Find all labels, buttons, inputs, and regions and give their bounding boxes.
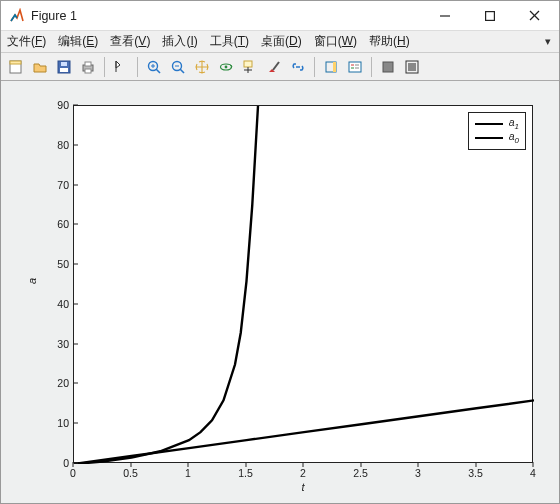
menu-window[interactable]: 窗口(W) <box>314 33 357 50</box>
svg-line-18 <box>180 69 184 73</box>
x-tick-label: 1 <box>173 467 203 479</box>
y-tick-label: 40 <box>45 298 69 310</box>
print-button[interactable] <box>77 56 99 78</box>
toolbar-separator <box>371 57 372 77</box>
x-tick-label: 0.5 <box>116 467 146 479</box>
y-tick-mark <box>73 105 78 106</box>
series-a1 <box>74 106 258 464</box>
figure-canvas[interactable]: a1 a0 a t 010203040506070809000.511.522.… <box>1 81 559 503</box>
edit-plot-button[interactable] <box>110 56 132 78</box>
open-button[interactable] <box>29 56 51 78</box>
axes[interactable]: a1 a0 <box>73 105 533 463</box>
y-tick-label: 20 <box>45 377 69 389</box>
titlebar: Figure 1 <box>1 1 559 31</box>
svg-rect-8 <box>61 62 67 66</box>
x-tick-label: 3 <box>403 467 433 479</box>
x-tick-label: 0 <box>58 467 88 479</box>
x-tick-mark <box>360 462 361 467</box>
link-data-button[interactable] <box>287 56 309 78</box>
y-tick-label: 50 <box>45 258 69 270</box>
new-figure-button[interactable] <box>5 56 27 78</box>
insert-legend-button[interactable] <box>344 56 366 78</box>
y-tick-mark <box>73 224 78 225</box>
svg-rect-35 <box>408 63 416 71</box>
menu-desktop[interactable]: 桌面(D) <box>261 33 302 50</box>
x-tick-label: 1.5 <box>231 467 261 479</box>
svg-point-21 <box>225 65 228 68</box>
svg-rect-7 <box>60 68 68 72</box>
svg-rect-27 <box>333 62 336 72</box>
y-tick-label: 80 <box>45 139 69 151</box>
y-tick-label: 90 <box>45 99 69 111</box>
svg-line-14 <box>156 69 160 73</box>
x-tick-mark <box>188 462 189 467</box>
y-tick-mark <box>73 144 78 145</box>
menu-tools[interactable]: 工具(T) <box>210 33 249 50</box>
y-tick-mark <box>73 463 78 464</box>
x-tick-mark <box>245 462 246 467</box>
menu-view[interactable]: 查看(V) <box>110 33 150 50</box>
menu-edit[interactable]: 编辑(E) <box>58 33 98 50</box>
toolbar-separator <box>314 57 315 77</box>
brush-button[interactable] <box>263 56 285 78</box>
insert-colorbar-button[interactable] <box>320 56 342 78</box>
svg-rect-28 <box>349 62 361 72</box>
y-tick-mark <box>73 343 78 344</box>
y-tick-mark <box>73 184 78 185</box>
toolbar <box>1 53 559 81</box>
menu-file[interactable]: 文件(F) <box>7 33 46 50</box>
toolbar-separator <box>104 57 105 77</box>
save-button[interactable] <box>53 56 75 78</box>
series-a0 <box>74 400 534 464</box>
matlab-logo-icon <box>9 8 25 24</box>
y-tick-mark <box>73 264 78 265</box>
x-tick-label: 3.5 <box>461 467 491 479</box>
svg-rect-11 <box>85 69 91 73</box>
window-title: Figure 1 <box>31 9 77 23</box>
zoom-in-button[interactable] <box>143 56 165 78</box>
pan-button[interactable] <box>191 56 213 78</box>
x-tick-label: 2 <box>288 467 318 479</box>
x-tick-mark <box>130 462 131 467</box>
x-tick-mark <box>303 462 304 467</box>
menu-overflow-icon[interactable]: ▾ <box>545 35 551 48</box>
y-tick-mark <box>73 383 78 384</box>
y-tick-label: 10 <box>45 417 69 429</box>
x-tick-mark <box>475 462 476 467</box>
x-tick-label: 2.5 <box>346 467 376 479</box>
svg-rect-5 <box>10 61 21 64</box>
maximize-button[interactable] <box>467 1 512 30</box>
rotate3d-button[interactable] <box>215 56 237 78</box>
y-axis-label: a <box>26 278 38 284</box>
y-tick-mark <box>73 303 78 304</box>
legend[interactable]: a1 a0 <box>468 112 526 150</box>
x-tick-label: 4 <box>518 467 548 479</box>
menu-insert[interactable]: 插入(I) <box>162 33 197 50</box>
toolbar-separator <box>137 57 138 77</box>
y-tick-label: 60 <box>45 218 69 230</box>
svg-rect-1 <box>485 11 494 20</box>
plot-lines <box>74 106 534 464</box>
svg-rect-10 <box>85 62 91 66</box>
data-cursor-button[interactable] <box>239 56 261 78</box>
y-tick-label: 70 <box>45 179 69 191</box>
close-button[interactable] <box>512 1 557 30</box>
legend-entry-a0[interactable]: a0 <box>475 131 519 145</box>
svg-rect-33 <box>383 62 393 72</box>
x-axis-label: t <box>301 481 304 493</box>
hide-plot-tools-button[interactable] <box>377 56 399 78</box>
x-tick-mark <box>533 462 534 467</box>
minimize-button[interactable] <box>422 1 467 30</box>
x-tick-mark <box>73 462 74 467</box>
menubar: 文件(F) 编辑(E) 查看(V) 插入(I) 工具(T) 桌面(D) 窗口(W… <box>1 31 559 53</box>
x-tick-mark <box>418 462 419 467</box>
y-tick-label: 30 <box>45 338 69 350</box>
y-tick-mark <box>73 423 78 424</box>
svg-rect-22 <box>244 61 252 67</box>
menu-help[interactable]: 帮助(H) <box>369 33 410 50</box>
zoom-out-button[interactable] <box>167 56 189 78</box>
svg-line-25 <box>273 62 279 70</box>
legend-entry-a1[interactable]: a1 <box>475 117 519 131</box>
show-plot-tools-button[interactable] <box>401 56 423 78</box>
